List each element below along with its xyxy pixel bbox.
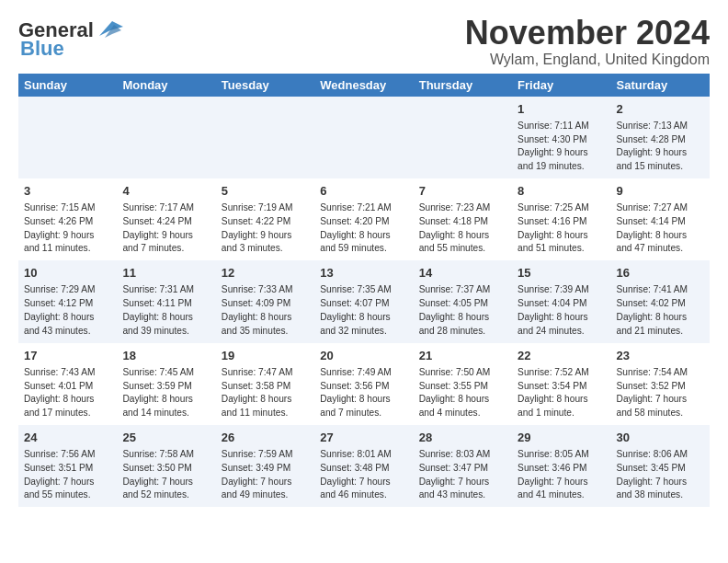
day-info: Sunrise: 7:29 AM Sunset: 4:12 PM Dayligh… xyxy=(24,283,111,338)
day-cell: 21Sunrise: 7:50 AM Sunset: 3:55 PM Dayli… xyxy=(414,343,512,425)
day-number: 10 xyxy=(24,265,111,282)
day-cell: 26Sunrise: 7:59 AM Sunset: 3:49 PM Dayli… xyxy=(216,425,314,507)
day-number: 15 xyxy=(518,265,605,282)
day-cell: 28Sunrise: 8:03 AM Sunset: 3:47 PM Dayli… xyxy=(414,425,512,507)
day-number: 20 xyxy=(320,348,407,364)
day-cell: 3Sunrise: 7:15 AM Sunset: 4:26 PM Daylig… xyxy=(18,178,117,260)
day-cell: 18Sunrise: 7:45 AM Sunset: 3:59 PM Dayli… xyxy=(117,343,215,425)
col-header-friday: Friday xyxy=(512,74,610,97)
day-cell: 2Sunrise: 7:13 AM Sunset: 4:28 PM Daylig… xyxy=(611,97,710,178)
week-row-4: 17Sunrise: 7:43 AM Sunset: 4:01 PM Dayli… xyxy=(18,343,710,425)
day-cell xyxy=(216,97,314,178)
day-number: 16 xyxy=(617,265,704,282)
day-info: Sunrise: 8:01 AM Sunset: 3:48 PM Dayligh… xyxy=(320,448,407,502)
day-info: Sunrise: 8:06 AM Sunset: 3:45 PM Dayligh… xyxy=(617,448,704,502)
day-info: Sunrise: 7:59 AM Sunset: 3:49 PM Dayligh… xyxy=(222,448,309,502)
day-info: Sunrise: 7:56 AM Sunset: 3:51 PM Dayligh… xyxy=(24,448,111,502)
day-cell: 1Sunrise: 7:11 AM Sunset: 4:30 PM Daylig… xyxy=(512,97,610,178)
day-cell: 13Sunrise: 7:35 AM Sunset: 4:07 PM Dayli… xyxy=(314,260,413,342)
page: General Blue November 2024 Wylam, Englan… xyxy=(0,0,728,516)
day-info: Sunrise: 7:54 AM Sunset: 3:52 PM Dayligh… xyxy=(617,366,704,420)
col-header-thursday: Thursday xyxy=(414,74,512,97)
day-info: Sunrise: 7:45 AM Sunset: 3:59 PM Dayligh… xyxy=(122,366,210,420)
header: General Blue November 2024 Wylam, Englan… xyxy=(18,15,710,68)
day-info: Sunrise: 7:52 AM Sunset: 3:54 PM Dayligh… xyxy=(518,366,605,420)
day-cell: 5Sunrise: 7:19 AM Sunset: 4:22 PM Daylig… xyxy=(216,178,314,260)
day-cell: 29Sunrise: 8:05 AM Sunset: 3:46 PM Dayli… xyxy=(512,425,610,507)
day-info: Sunrise: 7:58 AM Sunset: 3:50 PM Dayligh… xyxy=(122,448,210,502)
day-cell: 15Sunrise: 7:39 AM Sunset: 4:04 PM Dayli… xyxy=(512,260,610,342)
week-row-3: 10Sunrise: 7:29 AM Sunset: 4:12 PM Dayli… xyxy=(18,260,710,342)
location: Wylam, England, United Kingdom xyxy=(465,52,710,68)
logo-blue: Blue xyxy=(20,37,64,61)
day-number: 23 xyxy=(617,348,704,364)
day-info: Sunrise: 7:43 AM Sunset: 4:01 PM Dayligh… xyxy=(24,366,111,420)
day-cell xyxy=(18,97,117,178)
day-info: Sunrise: 7:35 AM Sunset: 4:07 PM Dayligh… xyxy=(320,283,407,338)
day-cell: 24Sunrise: 7:56 AM Sunset: 3:51 PM Dayli… xyxy=(18,425,117,507)
day-number: 26 xyxy=(222,430,309,446)
day-number: 9 xyxy=(617,183,704,200)
day-number: 28 xyxy=(419,430,506,446)
day-number: 6 xyxy=(320,183,407,200)
day-cell: 12Sunrise: 7:33 AM Sunset: 4:09 PM Dayli… xyxy=(216,260,314,342)
day-number: 27 xyxy=(320,430,407,446)
day-cell: 17Sunrise: 7:43 AM Sunset: 4:01 PM Dayli… xyxy=(18,343,117,425)
col-header-saturday: Saturday xyxy=(611,74,710,97)
day-number: 11 xyxy=(122,265,210,282)
logo: General Blue xyxy=(18,18,123,61)
day-number: 22 xyxy=(518,348,605,364)
day-cell: 6Sunrise: 7:21 AM Sunset: 4:20 PM Daylig… xyxy=(314,178,413,260)
day-info: Sunrise: 7:47 AM Sunset: 3:58 PM Dayligh… xyxy=(222,366,309,420)
day-number: 13 xyxy=(320,265,407,282)
day-info: Sunrise: 7:11 AM Sunset: 4:30 PM Dayligh… xyxy=(518,120,605,174)
day-cell: 27Sunrise: 8:01 AM Sunset: 3:48 PM Dayli… xyxy=(314,425,413,507)
day-number: 17 xyxy=(24,348,111,364)
day-info: Sunrise: 7:33 AM Sunset: 4:09 PM Dayligh… xyxy=(222,283,309,338)
day-cell: 10Sunrise: 7:29 AM Sunset: 4:12 PM Dayli… xyxy=(18,260,117,342)
col-header-wednesday: Wednesday xyxy=(314,74,413,97)
day-number: 12 xyxy=(222,265,309,282)
day-info: Sunrise: 7:39 AM Sunset: 4:04 PM Dayligh… xyxy=(518,283,605,338)
calendar-table: SundayMondayTuesdayWednesdayThursdayFrid… xyxy=(18,74,710,508)
day-cell: 20Sunrise: 7:49 AM Sunset: 3:56 PM Dayli… xyxy=(314,343,413,425)
day-number: 5 xyxy=(222,183,309,200)
day-info: Sunrise: 7:25 AM Sunset: 4:16 PM Dayligh… xyxy=(518,201,605,256)
day-info: Sunrise: 7:27 AM Sunset: 4:14 PM Dayligh… xyxy=(617,201,704,256)
day-info: Sunrise: 8:05 AM Sunset: 3:46 PM Dayligh… xyxy=(518,448,605,502)
day-cell: 9Sunrise: 7:27 AM Sunset: 4:14 PM Daylig… xyxy=(611,178,710,260)
day-number: 8 xyxy=(518,183,605,200)
day-info: Sunrise: 7:41 AM Sunset: 4:02 PM Dayligh… xyxy=(617,283,704,338)
day-cell: 22Sunrise: 7:52 AM Sunset: 3:54 PM Dayli… xyxy=(512,343,610,425)
month-title: November 2024 xyxy=(465,15,710,52)
day-cell: 7Sunrise: 7:23 AM Sunset: 4:18 PM Daylig… xyxy=(414,178,512,260)
day-number: 3 xyxy=(24,183,111,200)
week-row-1: 1Sunrise: 7:11 AM Sunset: 4:30 PM Daylig… xyxy=(18,97,710,178)
day-cell: 11Sunrise: 7:31 AM Sunset: 4:11 PM Dayli… xyxy=(117,260,215,342)
col-header-monday: Monday xyxy=(117,74,215,97)
logo-bird-icon xyxy=(96,17,123,40)
header-row: SundayMondayTuesdayWednesdayThursdayFrid… xyxy=(18,74,710,97)
day-info: Sunrise: 7:50 AM Sunset: 3:55 PM Dayligh… xyxy=(419,366,506,420)
day-info: Sunrise: 7:15 AM Sunset: 4:26 PM Dayligh… xyxy=(24,201,111,256)
day-cell: 19Sunrise: 7:47 AM Sunset: 3:58 PM Dayli… xyxy=(216,343,314,425)
week-row-2: 3Sunrise: 7:15 AM Sunset: 4:26 PM Daylig… xyxy=(18,178,710,260)
day-number: 25 xyxy=(122,430,210,446)
day-info: Sunrise: 7:13 AM Sunset: 4:28 PM Dayligh… xyxy=(617,120,704,174)
day-number: 18 xyxy=(122,348,210,364)
day-number: 24 xyxy=(24,430,111,446)
day-number: 30 xyxy=(617,430,704,446)
day-cell xyxy=(117,97,215,178)
day-info: Sunrise: 7:49 AM Sunset: 3:56 PM Dayligh… xyxy=(320,366,407,420)
day-number: 14 xyxy=(419,265,506,282)
day-cell xyxy=(414,97,512,178)
day-number: 7 xyxy=(419,183,506,200)
day-cell: 14Sunrise: 7:37 AM Sunset: 4:05 PM Dayli… xyxy=(414,260,512,342)
day-info: Sunrise: 7:23 AM Sunset: 4:18 PM Dayligh… xyxy=(419,201,506,256)
day-number: 19 xyxy=(222,348,309,364)
day-info: Sunrise: 8:03 AM Sunset: 3:47 PM Dayligh… xyxy=(419,448,506,502)
day-info: Sunrise: 7:21 AM Sunset: 4:20 PM Dayligh… xyxy=(320,201,407,256)
day-number: 1 xyxy=(518,101,605,118)
col-header-tuesday: Tuesday xyxy=(216,74,314,97)
day-number: 2 xyxy=(617,101,704,118)
